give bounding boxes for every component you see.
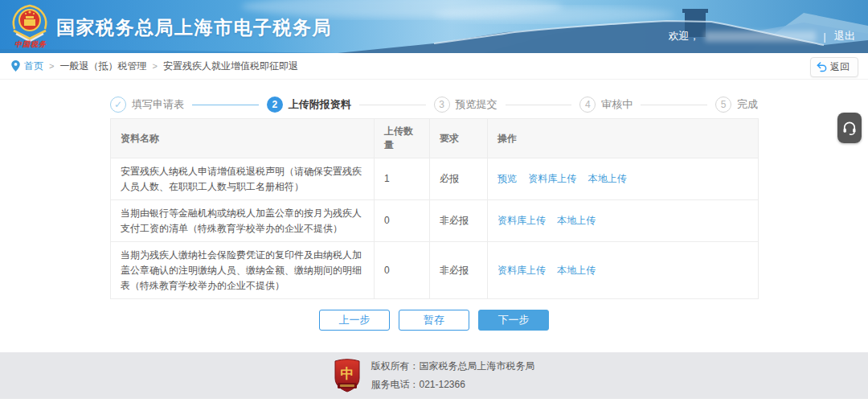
headset-icon: [841, 120, 858, 136]
material-name: 当期由银行等金融机构或纳税人加盖公章的按月为残疾人支付工资的清单（特殊教育学校举…: [111, 200, 375, 242]
breadcrumb-separator: >: [152, 61, 157, 71]
material-name: 安置残疾人纳税人申请增值税退税声明（请确保安置残疾人员人数、在职职工人数与职工名…: [111, 158, 375, 200]
breadcrumb-bar: 首页 > 一般退（抵）税管理 > 安置残疾人就业增值税即征即退 返回: [0, 53, 868, 80]
app-title: 国家税务总局上海市电子税务局: [56, 15, 332, 40]
step-upload-attachments: 2 上传附报资料: [267, 97, 351, 113]
step-connector: [641, 105, 707, 105]
user-separator: |: [824, 31, 826, 43]
library-upload-link[interactable]: 资料库上传: [528, 173, 576, 184]
library-upload-link[interactable]: 资料库上传: [497, 265, 546, 276]
table-row: 当期为残疾人缴纳社会保险费凭证的复印件及由纳税人加盖公章确认的注明缴纳人员、缴纳…: [111, 242, 759, 299]
step-connector: [506, 105, 572, 105]
step-done-check-icon: ✓: [110, 97, 126, 113]
local-upload-link[interactable]: 本地上传: [557, 265, 596, 276]
step-under-review: 4 审核中: [579, 97, 633, 113]
breadcrumb-current-page: 安置残疾人就业增值税即征即退: [163, 60, 298, 73]
breadcrumb-refund-management[interactable]: 一般退（抵）税管理: [59, 60, 146, 73]
logo-caption: 中国税务: [10, 39, 51, 50]
table-header-row: 资料名称 上传数量 要求 操作: [111, 119, 759, 158]
step-number: 5: [715, 97, 731, 113]
breadcrumb-separator: >: [49, 61, 54, 71]
service-phone-text: 服务电话：021-12366: [371, 376, 535, 394]
previous-step-button[interactable]: 上一步: [319, 310, 390, 331]
form-buttons: 上一步 暂存 下一步: [110, 310, 758, 331]
footer-text-block: 版权所有：国家税务总局上海市税务局 服务电话：021-12366: [371, 357, 535, 394]
column-header-requirement: 要求: [430, 119, 488, 158]
step-connector: [359, 105, 426, 105]
step-fill-application: ✓ 填写申请表: [110, 97, 184, 113]
step-connector: [192, 105, 259, 105]
back-button[interactable]: 返回: [810, 57, 858, 77]
column-header-material-name: 资料名称: [111, 119, 375, 158]
blurred-username: [705, 31, 816, 42]
table-row: 当期由银行等金融机构或纳税人加盖公章的按月为残疾人支付工资的清单（特殊教育学校举…: [111, 200, 759, 242]
user-area: 欢迎， | 退出: [669, 29, 855, 43]
preview-link[interactable]: 预览: [497, 173, 517, 184]
svg-text:中: 中: [340, 366, 354, 381]
upload-count: 0: [375, 242, 430, 299]
undo-arrow-icon: [817, 62, 827, 72]
step-complete: 5 完成: [715, 97, 758, 113]
customer-service-button[interactable]: [837, 113, 862, 143]
next-step-button[interactable]: 下一步: [478, 310, 549, 331]
local-upload-link[interactable]: 本地上传: [557, 215, 596, 226]
location-pin-icon: [11, 60, 20, 72]
china-tax-badge-icon: 中: [334, 359, 361, 393]
step-number: 3: [434, 97, 450, 113]
upload-count: 1: [375, 158, 430, 200]
step-number: 4: [579, 97, 596, 113]
copyright-text: 版权所有：国家税务总局上海市税务局: [371, 357, 535, 376]
requirement: 非必报: [430, 242, 488, 299]
breadcrumb-home[interactable]: 首页: [24, 60, 43, 73]
actions-cell: 资料库上传 本地上传: [488, 200, 759, 242]
column-header-upload-count: 上传数量: [375, 119, 430, 158]
logout-link[interactable]: 退出: [834, 29, 855, 43]
requirement: 必报: [430, 158, 488, 200]
step-preview-submit: 3 预览提交: [434, 97, 497, 113]
save-draft-button[interactable]: 暂存: [399, 310, 469, 331]
table-row: 安置残疾人纳税人申请增值税退税声明（请确保安置残疾人员人数、在职职工人数与职工名…: [111, 158, 759, 200]
upload-count: 0: [375, 200, 430, 242]
library-upload-link[interactable]: 资料库上传: [497, 215, 546, 226]
actions-cell: 资料库上传 本地上传: [488, 242, 759, 299]
material-name: 当期为残疾人缴纳社会保险费凭证的复印件及由纳税人加盖公章确认的注明缴纳人员、缴纳…: [111, 242, 375, 299]
page-footer: 中 版权所有：国家税务总局上海市税务局 服务电话：021-12366: [0, 352, 868, 399]
local-upload-link[interactable]: 本地上传: [588, 173, 627, 184]
attachments-table: 资料名称 上传数量 要求 操作 安置残疾人纳税人申请增值税退税声明（请确保安置残…: [110, 118, 759, 299]
welcome-label: 欢迎，: [669, 29, 700, 43]
column-header-actions: 操作: [488, 119, 759, 158]
app-header: 中国税务 国家税务总局上海市电子税务局 欢迎， | 退出: [0, 0, 868, 53]
actions-cell: 预览 资料库上传 本地上传: [488, 158, 759, 200]
step-number: 2: [267, 97, 283, 113]
main-content: ✓ 填写申请表 2 上传附报资料 3 预览提交 4 审核中 5 完成 资料名称 …: [110, 97, 758, 331]
back-button-label: 返回: [830, 60, 850, 74]
progress-stepper: ✓ 填写申请表 2 上传附报资料 3 预览提交 4 审核中 5 完成: [110, 97, 758, 113]
requirement: 非必报: [430, 200, 488, 242]
